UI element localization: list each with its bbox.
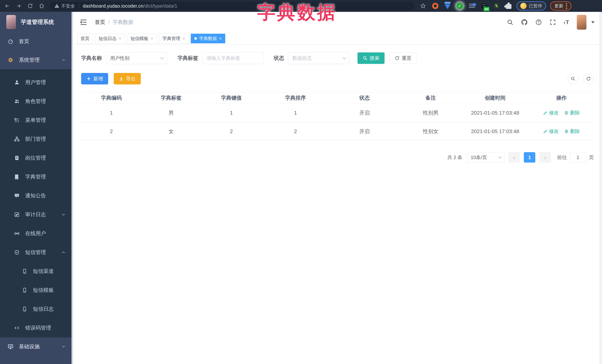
edit-link[interactable]: 修改 — [543, 128, 559, 135]
fullscreen-icon[interactable] — [549, 19, 556, 26]
update-chip[interactable]: 更新 — [550, 1, 571, 10]
column-header: 字典编码 — [81, 94, 141, 102]
sidebar-item-roles[interactable]: 角色管理 — [0, 92, 73, 111]
next-page-button[interactable]: › — [539, 152, 551, 163]
sidebar-item-audit-log[interactable]: 审计日志 — [0, 205, 73, 224]
status-select[interactable]: 数据状态 — [288, 52, 349, 64]
sidebar-item-users[interactable]: 用户管理 — [0, 73, 73, 92]
extension-on-icon[interactable]: on — [481, 2, 488, 10]
delete-link[interactable]: 删除 — [564, 110, 580, 116]
page-scrollbar[interactable] — [599, 12, 602, 364]
toggle-search-button[interactable] — [568, 73, 578, 84]
tab-sms-log[interactable]: 短信日志 × — [95, 34, 125, 43]
tab-dict-data-active[interactable]: 字典数据 × — [191, 34, 225, 43]
main-area: 首页 / 字典数据 тT — [73, 12, 602, 364]
extension-plant-icon[interactable] — [493, 2, 500, 10]
reload-icon[interactable] — [26, 2, 34, 10]
sidebar-item-system[interactable]: 系统管理 — [0, 51, 73, 69]
breadcrumb-home[interactable]: 首页 — [95, 19, 105, 26]
current-page-button[interactable]: 1 — [524, 152, 535, 163]
sidebar-item-sms-template[interactable]: 短信模板 — [0, 281, 73, 300]
chevron-down-icon — [160, 56, 164, 59]
reset-button[interactable]: 重置 — [389, 52, 417, 64]
annotation-title: 字典数据 — [257, 0, 337, 25]
export-button[interactable]: 导出 — [114, 73, 141, 84]
delete-link[interactable]: 删除 — [564, 128, 580, 135]
close-icon[interactable]: × — [119, 36, 121, 41]
edit-link[interactable]: 修改 — [543, 110, 559, 116]
github-icon[interactable] — [521, 19, 528, 26]
cell-code: 1 — [81, 110, 141, 116]
security-warning[interactable]: 不安全 — [54, 3, 75, 9]
home-icon[interactable] — [37, 2, 46, 10]
prev-page-button[interactable]: ‹ — [508, 152, 520, 163]
goto-page-input[interactable] — [570, 152, 586, 163]
profile-chip[interactable]: 已暂停 — [516, 1, 546, 10]
sidebar-item-label: 短信管理 — [25, 249, 46, 256]
navbar-actions: тT — [507, 15, 602, 30]
sidebar-item-home[interactable]: 首页 — [0, 32, 73, 51]
sidebar-item-label: 在线用户 — [25, 230, 46, 237]
address-bar[interactable]: 不安全 dashboard.yudao.iocoder.cn /dict/typ… — [50, 2, 415, 10]
sidebar-item-notice[interactable]: 通知公告 — [0, 186, 73, 205]
chevron-down-icon — [61, 212, 66, 217]
dict-tag-input[interactable]: 请输入字典标签 — [202, 52, 263, 64]
url-host: dashboard.yudao.iocoder.cn — [83, 3, 143, 9]
close-icon[interactable]: × — [150, 36, 153, 41]
column-header: 字典标签 — [141, 94, 201, 102]
dict-name-select[interactable]: 用户性别 — [106, 52, 167, 64]
refresh-table-button[interactable] — [583, 73, 594, 84]
column-header: 字典排序 — [262, 94, 329, 102]
add-button[interactable]: 新增 — [81, 73, 108, 84]
help-icon[interactable] — [535, 19, 542, 26]
on-badge: on — [483, 7, 490, 11]
page-size-select[interactable]: 10条/页 — [467, 152, 504, 163]
status-placeholder: 数据状态 — [292, 55, 312, 62]
extension-check-icon[interactable]: ✓ — [456, 2, 463, 10]
avatar-caret-icon[interactable] — [591, 21, 595, 23]
sidebar-item-sms-channel[interactable]: 短信渠道 — [0, 262, 73, 281]
sidebar-item-label: 角色管理 — [25, 98, 46, 105]
sidebar-item-infra[interactable]: 基础设施 — [0, 337, 73, 356]
extension-list-icon[interactable] — [468, 2, 476, 10]
code-icon — [14, 325, 20, 331]
sidebar-item-departments[interactable]: 部门管理 — [0, 130, 73, 148]
tab-label: 字典数据 — [199, 36, 217, 42]
sidebar-item-sms[interactable]: 短信管理 — [0, 243, 73, 262]
forward-icon[interactable] — [14, 2, 23, 10]
extensions-puzzle-icon[interactable] — [505, 2, 512, 10]
sidebar-item-error-codes[interactable]: 错误码管理 — [0, 318, 73, 337]
sidebar-item-label: 短信渠道 — [33, 268, 54, 275]
app-logo[interactable]: 芋道管理系统 — [0, 12, 73, 32]
search-button[interactable]: 搜索 — [357, 52, 385, 64]
tab-home[interactable]: 首页 — [77, 34, 93, 43]
update-label: 更新 — [554, 3, 563, 9]
header-search-icon[interactable] — [507, 19, 514, 26]
sidebar-item-sms-log[interactable]: 短信日志 — [0, 300, 73, 318]
font-size-icon[interactable]: тT — [563, 19, 570, 25]
back-icon[interactable] — [3, 2, 11, 10]
sidebar-item-menus[interactable]: 菜单管理 — [0, 111, 73, 130]
sidebar-toggle-icon[interactable] — [80, 18, 87, 26]
sidebar-item-label: 用户管理 — [25, 79, 46, 86]
user-avatar[interactable] — [577, 15, 586, 30]
table-row: 2 女 2 2 开启 性别女 2021-01-05 17:03:48 修改 — [81, 122, 594, 141]
browser-menu-icon[interactable] — [566, 3, 567, 9]
dict-name-value: 用户性别 — [110, 55, 129, 62]
sidebar-scrollbar[interactable] — [72, 12, 73, 364]
sidebar-item-posts[interactable]: 岗位管理 — [0, 148, 73, 167]
sidebar-item-label: 菜单管理 — [25, 117, 46, 124]
tab-sms-template[interactable]: 短信模板 × — [127, 34, 157, 43]
export-button-label: 导出 — [126, 75, 136, 82]
close-icon[interactable]: × — [183, 36, 185, 41]
sidebar-item-dict[interactable]: 字典管理 — [0, 167, 73, 186]
close-icon[interactable]: × — [219, 36, 222, 41]
tab-label: 字典管理 — [162, 36, 180, 42]
tab-dict-manage[interactable]: 字典管理 × — [159, 34, 189, 43]
sidebar-item-online-users[interactable]: 在线用户 — [0, 224, 73, 243]
audit-log-icon — [14, 212, 20, 217]
bookmark-star-icon[interactable] — [419, 2, 427, 10]
extension-orange-icon[interactable] — [431, 2, 439, 10]
sidebar-item-label: 部门管理 — [25, 135, 46, 143]
extension-gem-icon[interactable] — [444, 2, 451, 10]
